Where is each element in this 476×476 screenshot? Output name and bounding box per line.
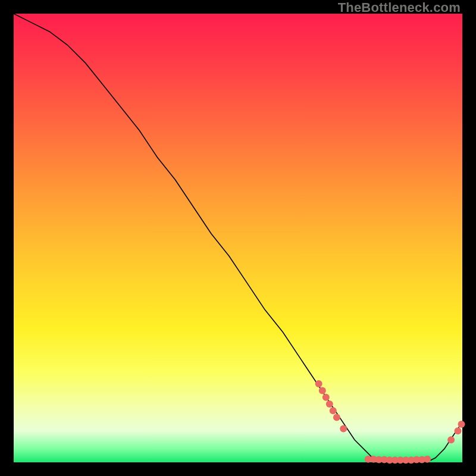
data-point [330,407,337,414]
data-point [322,394,330,401]
data-point [319,387,326,394]
chart-frame: TheBottleneck.com [0,0,476,476]
data-point [455,427,462,434]
data-point [447,436,455,443]
data-point [340,425,347,433]
data-point [333,414,340,421]
data-point [458,421,465,428]
overlay-svg [14,14,462,462]
bottleneck-curve [14,14,462,462]
plot-area [14,14,462,462]
data-point [424,456,431,463]
data-point [326,400,333,408]
data-point [315,380,322,387]
